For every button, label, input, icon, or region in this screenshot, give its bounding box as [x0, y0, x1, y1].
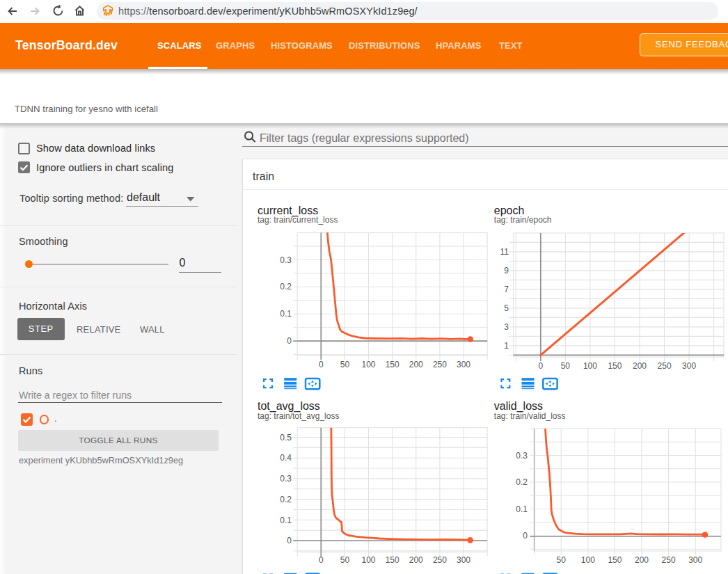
svg-text:150: 150: [608, 555, 622, 565]
svg-text:0.1: 0.1: [280, 516, 292, 525]
svg-text:150: 150: [386, 360, 399, 369]
svg-text:250: 250: [658, 361, 672, 371]
svg-text:0: 0: [523, 531, 528, 541]
svg-text:0.1: 0.1: [280, 309, 292, 319]
svg-text:0.3: 0.3: [516, 451, 528, 461]
svg-text:200: 200: [633, 361, 647, 371]
svg-text:200: 200: [635, 555, 649, 565]
svg-text:0: 0: [287, 536, 292, 545]
svg-text:0: 0: [287, 336, 292, 346]
svg-text:9: 9: [504, 266, 509, 276]
svg-text:300: 300: [682, 361, 696, 371]
svg-text:100: 100: [581, 555, 595, 565]
svg-text:0: 0: [319, 360, 324, 369]
svg-text:100: 100: [362, 360, 376, 369]
svg-text:tag: train/epoch: tag: train/epoch: [494, 215, 552, 225]
svg-text:50: 50: [340, 555, 350, 565]
svg-text:0.2: 0.2: [280, 282, 292, 292]
svg-text:0.3: 0.3: [280, 474, 292, 484]
svg-text:11: 11: [500, 247, 509, 257]
svg-text:7: 7: [504, 285, 509, 294]
svg-text:0.4: 0.4: [280, 453, 292, 463]
svg-text:0.3: 0.3: [280, 255, 292, 265]
svg-text:50: 50: [561, 361, 571, 371]
svg-text:200: 200: [409, 360, 423, 369]
svg-text:tag: train/valid_loss: tag: train/valid_loss: [494, 411, 566, 421]
svg-text:250: 250: [433, 555, 447, 565]
svg-text:tag: train/current_loss: tag: train/current_loss: [258, 215, 338, 225]
svg-text:200: 200: [409, 555, 423, 565]
svg-text:tag: train/tot_avg_loss: tag: train/tot_avg_loss: [258, 411, 339, 421]
svg-text:250: 250: [433, 360, 447, 369]
svg-text:50: 50: [557, 555, 567, 565]
svg-text:0.1: 0.1: [516, 504, 528, 514]
svg-text:3: 3: [504, 322, 509, 332]
svg-text:1: 1: [504, 341, 509, 351]
svg-text:150: 150: [608, 361, 622, 371]
svg-text:300: 300: [457, 555, 470, 565]
svg-text:5: 5: [504, 303, 509, 313]
svg-text:0: 0: [319, 555, 324, 565]
svg-text:0.2: 0.2: [280, 495, 292, 504]
svg-text:0: 0: [538, 361, 543, 371]
svg-text:100: 100: [583, 361, 597, 371]
svg-text:100: 100: [362, 555, 376, 565]
svg-text:250: 250: [662, 555, 676, 565]
svg-text:300: 300: [457, 360, 470, 369]
svg-text:50: 50: [340, 360, 350, 369]
svg-text:0.5: 0.5: [280, 433, 292, 443]
svg-text:150: 150: [386, 555, 399, 565]
svg-text:0.2: 0.2: [516, 477, 528, 487]
svg-text:300: 300: [688, 555, 702, 565]
